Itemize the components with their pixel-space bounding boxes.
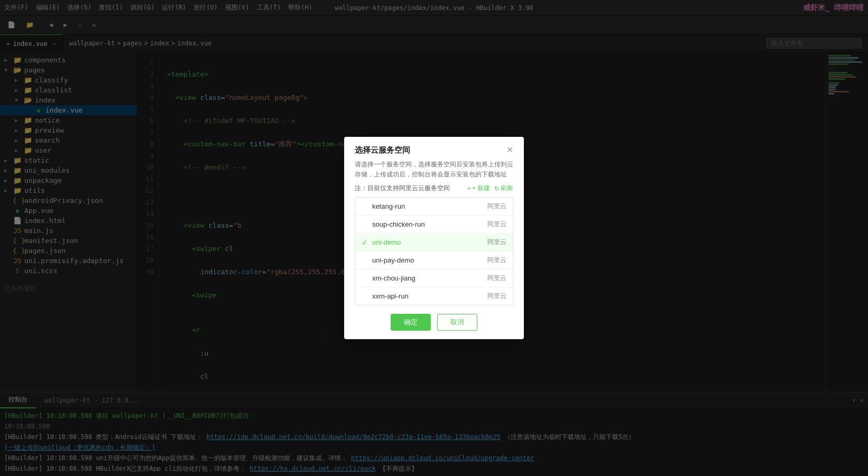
cloud-type: 阿里云 [487, 202, 506, 211]
cloud-space-modal: 选择云服务空间 ✕ 请选择一个服务空间，选择服务空间后安装包将上传到云存储，上传… [344, 137, 524, 339]
modal-header: 选择云服务空间 ✕ [344, 137, 524, 160]
modal-confirm-button[interactable]: 确定 [391, 314, 431, 331]
modal-overlay: 选择云服务空间 ✕ 请选择一个服务空间，选择服务空间后安装包将上传到云存储，上传… [0, 0, 868, 476]
space-name: uni-pay-demo [372, 256, 487, 264]
modal-description: 请选择一个服务空间，选择服务空间后安装包将上传到云存储，上传成功后，控制台将会显… [344, 160, 524, 184]
space-name: xxm-api-run [372, 292, 487, 300]
table-row[interactable]: ✓ uni-demo 阿里云 [355, 234, 513, 251]
space-name: xm-chou-jiang [372, 274, 487, 282]
table-row[interactable]: xxm-api-run 阿里云 [355, 287, 513, 305]
table-row[interactable]: uni-pay-demo 阿里云 [355, 251, 513, 269]
table-row[interactable]: soup-chicken-run 阿里云 [355, 216, 513, 234]
refresh-icon: ↻ [494, 185, 500, 192]
plus-icon: + [467, 185, 471, 192]
modal-note-actions: + + 新建 ↻ 刷新 [467, 184, 513, 193]
check-icon: ✓ [362, 238, 372, 247]
space-name: ketang-run [372, 202, 487, 210]
modal-note: 注：目前仅支持阿里云云服务空间 + + 新建 ↻ 刷新 [355, 184, 513, 193]
cloud-type: 阿里云 [487, 292, 506, 301]
modal-footer: 确定 取消 [344, 305, 524, 339]
space-name: soup-chicken-run [372, 220, 487, 228]
space-name: uni-demo [372, 238, 487, 246]
modal-cancel-button[interactable]: 取消 [437, 314, 477, 331]
modal-note-text: 注：目前仅支持阿里云云服务空间 [355, 184, 450, 193]
table-row[interactable]: xm-chou-jiang 阿里云 [355, 269, 513, 287]
modal-new-button[interactable]: + + 新建 [467, 184, 490, 193]
cloud-type: 阿里云 [487, 220, 506, 229]
cloud-type: 阿里云 [487, 256, 506, 265]
cloud-space-table: ketang-run 阿里云 soup-chicken-run 阿里云 ✓ un… [355, 197, 513, 305]
modal-refresh-button[interactable]: ↻ 刷新 [494, 184, 513, 193]
modal-close-button[interactable]: ✕ [506, 146, 513, 154]
cloud-type: 阿里云 [487, 274, 506, 283]
modal-title: 选择云服务空间 [355, 145, 410, 155]
cloud-type: 阿里云 [487, 238, 506, 247]
table-row[interactable]: ketang-run 阿里云 [355, 198, 513, 216]
